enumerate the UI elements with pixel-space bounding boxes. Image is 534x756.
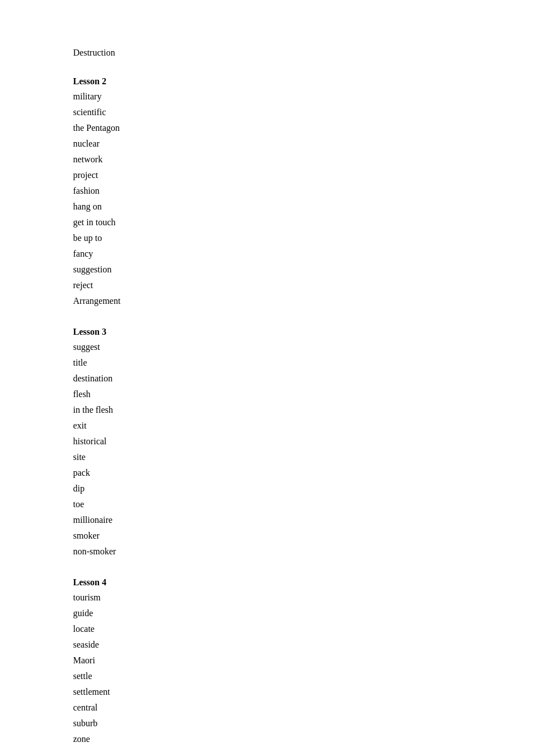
list-item: site [73,449,534,465]
list-item: locate [73,621,534,637]
lesson4-section: Lesson 4tourismguidelocateseasideMaorise… [73,577,534,747]
list-item: seaside [73,637,534,653]
lesson4-header: Lesson 4 [73,577,534,588]
list-item: network [73,152,534,167]
list-item: flesh [73,386,534,402]
list-item: tourism [73,590,534,605]
lesson3-header: Lesson 3 [73,327,534,337]
list-item: destination [73,371,534,386]
lesson3-word-list: suggesttitledestinationfleshin the flesh… [73,339,534,559]
list-item: guide [73,605,534,621]
lesson3-section: Lesson 3suggesttitledestinationfleshin t… [73,327,534,559]
list-item: be up to [73,230,534,246]
list-item: non-smoker [73,544,534,559]
list-item: zone [73,731,534,747]
list-item: Arrangement [73,293,534,309]
list-item: in the flesh [73,402,534,418]
list-item: historical [73,434,534,449]
list-item: the Pentagon [73,120,534,136]
list-item: military [73,89,534,104]
list-item: title [73,355,534,371]
list-item: toe [73,497,534,512]
list-item: pack [73,465,534,481]
lesson2-header: Lesson 2 [73,76,534,86]
list-item: Maori [73,653,534,668]
list-item: reject [73,277,534,293]
list-item: project [73,167,534,183]
list-item: settlement [73,684,534,700]
lesson4-word-list: tourismguidelocateseasideMaorisettlesett… [73,590,534,747]
list-item: suburb [73,716,534,731]
list-item: fancy [73,246,534,262]
list-item: get in touch [73,215,534,230]
list-item: scientific [73,104,534,120]
lesson2-section: Lesson 2militaryscientificthe Pentagonnu… [73,76,534,309]
list-item: nuclear [73,136,534,152]
list-item: smoker [73,528,534,544]
lesson2-word-list: militaryscientificthe Pentagonnuclearnet… [73,89,534,309]
list-item: central [73,700,534,716]
intro-word: Destruction [73,45,534,61]
list-item: exit [73,418,534,434]
list-item: settle [73,668,534,684]
list-item: dip [73,481,534,497]
list-item: fashion [73,183,534,199]
list-item: hang on [73,199,534,215]
list-item: millionaire [73,512,534,528]
list-item: suggestion [73,262,534,277]
list-item: suggest [73,339,534,355]
